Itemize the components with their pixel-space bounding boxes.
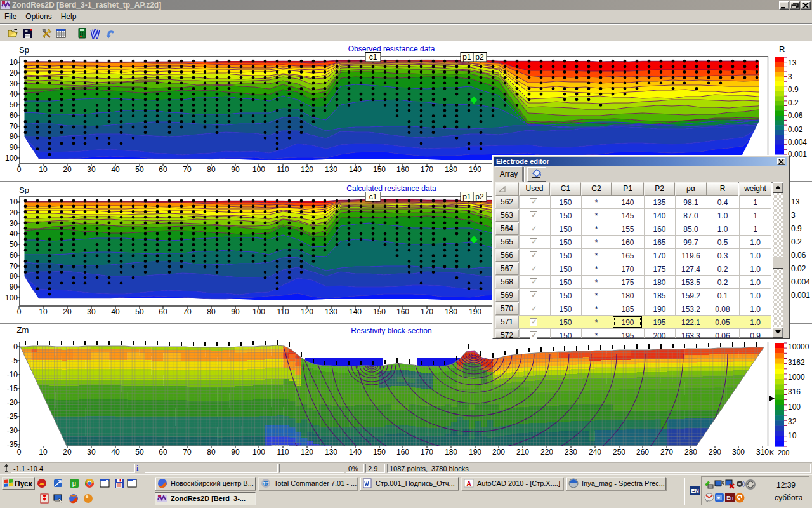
svg-text:120: 120 <box>301 307 313 316</box>
svg-text:En: En <box>726 495 733 501</box>
svg-text:250: 250 <box>613 448 625 457</box>
svg-text:150: 150 <box>373 165 386 174</box>
svg-text:230: 230 <box>565 448 577 457</box>
svg-text:-20: -20 <box>7 398 18 407</box>
svg-text:70: 70 <box>183 448 192 457</box>
svg-text:160: 160 <box>396 448 409 457</box>
svg-text:40: 40 <box>111 165 120 174</box>
svg-text:p1: p1 <box>462 53 471 62</box>
svg-text:140: 140 <box>349 307 362 316</box>
svg-text:110: 110 <box>277 165 289 174</box>
svg-text:90: 90 <box>231 307 240 316</box>
svg-text:60: 60 <box>159 165 167 174</box>
svg-text:10: 10 <box>788 431 797 440</box>
svg-text:100: 100 <box>252 448 265 457</box>
svg-text:100: 100 <box>5 154 18 163</box>
svg-text:310: 310 <box>756 448 769 457</box>
svg-text:316: 316 <box>788 387 801 396</box>
svg-text:-5: -5 <box>11 356 18 365</box>
svg-text:50: 50 <box>10 240 18 249</box>
svg-text:K: K <box>769 449 775 457</box>
svg-text:200: 200 <box>778 449 789 457</box>
svg-text:260: 260 <box>636 448 649 457</box>
svg-text:130: 130 <box>325 307 337 316</box>
svg-text:32: 32 <box>788 417 797 426</box>
svg-text:10: 10 <box>39 165 48 174</box>
svg-text:50: 50 <box>135 448 144 457</box>
svg-text:-30: -30 <box>7 426 18 435</box>
svg-text:0.004: 0.004 <box>791 277 810 286</box>
svg-text:270: 270 <box>660 448 673 457</box>
svg-text:30: 30 <box>87 307 96 316</box>
svg-text:0.02: 0.02 <box>788 125 803 134</box>
svg-text:170: 170 <box>421 165 433 174</box>
svg-text:0.9: 0.9 <box>788 85 799 94</box>
svg-text:c1: c1 <box>369 192 377 201</box>
svg-text:160: 160 <box>396 165 409 174</box>
svg-text:70: 70 <box>10 122 18 131</box>
svg-text:0.2: 0.2 <box>788 98 799 107</box>
svg-text:0: 0 <box>17 448 22 457</box>
svg-text:60: 60 <box>159 448 167 457</box>
svg-text:0.02: 0.02 <box>791 264 806 273</box>
svg-text:0.2: 0.2 <box>791 237 802 246</box>
svg-text:10: 10 <box>39 307 48 316</box>
svg-text:20: 20 <box>10 69 18 77</box>
svg-text:13: 13 <box>791 197 800 206</box>
svg-text:300: 300 <box>732 448 745 457</box>
svg-text:-15: -15 <box>7 384 18 393</box>
svg-text:180: 180 <box>445 448 457 457</box>
svg-text:40: 40 <box>111 307 120 316</box>
svg-text:80: 80 <box>207 448 216 457</box>
svg-text:20: 20 <box>63 165 72 174</box>
svg-text:180: 180 <box>445 165 457 174</box>
svg-text:130: 130 <box>325 448 337 457</box>
svg-text:170: 170 <box>421 448 433 457</box>
svg-text:p2: p2 <box>475 53 484 62</box>
svg-text:110: 110 <box>277 307 289 316</box>
svg-text:20: 20 <box>10 208 18 217</box>
svg-text:60: 60 <box>10 251 18 260</box>
svg-text:p1: p1 <box>462 192 471 201</box>
svg-text:110: 110 <box>277 448 289 457</box>
svg-text:50: 50 <box>10 100 18 109</box>
svg-text:280: 280 <box>684 448 697 457</box>
svg-text:200: 200 <box>492 448 505 457</box>
svg-text:μ: μ <box>72 479 76 487</box>
svg-text:30: 30 <box>87 165 96 174</box>
svg-text:10000: 10000 <box>788 342 809 351</box>
svg-text:-10: -10 <box>7 370 18 379</box>
svg-text:30: 30 <box>10 219 18 228</box>
svg-text:160: 160 <box>396 307 409 316</box>
svg-text:90: 90 <box>231 448 240 457</box>
svg-text:100: 100 <box>252 165 265 174</box>
svg-text:3162: 3162 <box>788 358 805 367</box>
svg-text:40: 40 <box>10 229 18 238</box>
svg-text:0.004: 0.004 <box>788 138 807 147</box>
svg-text:120: 120 <box>301 448 313 457</box>
svg-text:190: 190 <box>469 448 481 457</box>
svg-text:0.06: 0.06 <box>791 251 806 260</box>
svg-text:190: 190 <box>469 165 481 174</box>
svg-text:100: 100 <box>788 403 801 411</box>
svg-text:0.9: 0.9 <box>791 224 802 233</box>
svg-text:Calculated resistance data: Calculated resistance data <box>346 184 436 193</box>
svg-text:220: 220 <box>540 448 553 457</box>
svg-text:Sp: Sp <box>19 185 29 195</box>
svg-text:Observed resistance data: Observed resistance data <box>348 44 435 53</box>
svg-text:p2: p2 <box>475 192 484 201</box>
svg-text:Resistivity block-section: Resistivity block-section <box>351 326 431 335</box>
svg-text:10: 10 <box>10 197 18 206</box>
svg-text:150: 150 <box>373 307 386 316</box>
svg-text:10: 10 <box>10 58 18 67</box>
svg-text:290: 290 <box>709 448 721 457</box>
svg-text:80: 80 <box>207 307 216 316</box>
svg-text:40: 40 <box>111 448 120 457</box>
svg-text:A: A <box>466 480 471 487</box>
svg-text:60: 60 <box>10 111 18 120</box>
svg-text:140: 140 <box>349 165 362 174</box>
svg-text:240: 240 <box>589 448 601 457</box>
svg-text:0.06: 0.06 <box>788 111 803 120</box>
svg-text:TC: TC <box>263 481 270 486</box>
svg-text:20: 20 <box>63 307 72 316</box>
